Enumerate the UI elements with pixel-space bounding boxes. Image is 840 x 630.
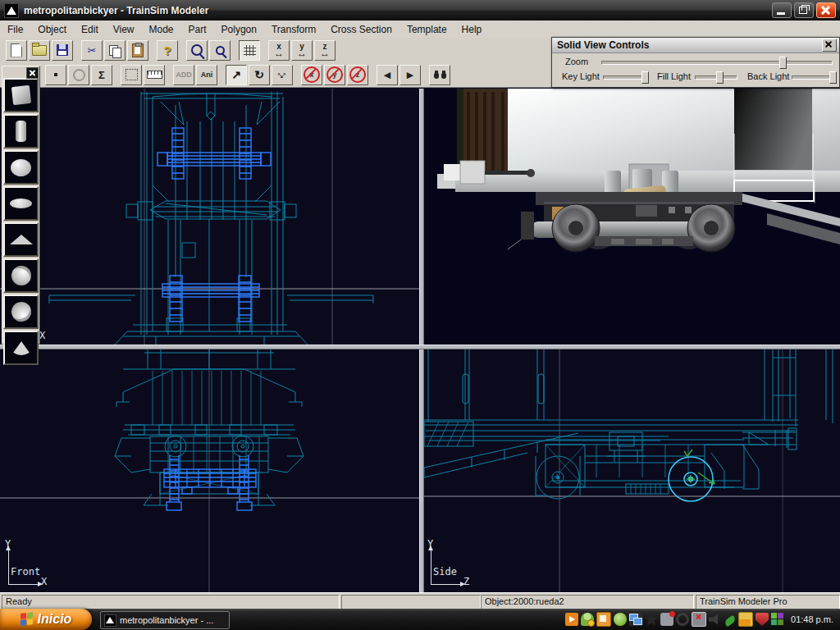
axis-z-button[interactable]: z↔ bbox=[314, 40, 336, 61]
viewport-front[interactable]: Y Front X bbox=[0, 348, 419, 592]
rotate-tool-button[interactable]: ↻ bbox=[249, 65, 270, 85]
start-button[interactable]: Inicio bbox=[0, 609, 92, 630]
viewport-top[interactable]: X bbox=[0, 89, 419, 345]
monitor-error-tray-icon[interactable] bbox=[692, 612, 706, 627]
cut-button[interactable]: ✂ bbox=[81, 40, 103, 61]
tool-sphere-primitive[interactable] bbox=[3, 150, 39, 185]
no-x-icon: x bbox=[304, 66, 320, 83]
solid-view-controls-close-button[interactable] bbox=[822, 39, 837, 52]
paste-button[interactable] bbox=[127, 40, 148, 61]
circle-icon bbox=[73, 69, 85, 81]
find-button[interactable] bbox=[429, 65, 450, 85]
close-button[interactable] bbox=[816, 2, 836, 18]
cut-scissors-icon: ✂ bbox=[88, 44, 97, 57]
new-button[interactable] bbox=[6, 40, 27, 61]
open-button[interactable] bbox=[29, 40, 50, 61]
menu-view[interactable]: View bbox=[106, 22, 142, 37]
viewport-perspective[interactable] bbox=[422, 89, 840, 345]
zoom-out-button[interactable] bbox=[209, 40, 231, 61]
zoom-slider-thumb[interactable] bbox=[779, 57, 787, 69]
point-tool-button[interactable] bbox=[45, 65, 66, 85]
palette-close-button[interactable] bbox=[26, 67, 39, 79]
textured-sphere-icon bbox=[11, 266, 31, 285]
scale-tool-button[interactable]: ↔↔ bbox=[272, 65, 293, 85]
app-icon[interactable] bbox=[4, 3, 19, 18]
grid-toggle-button[interactable] bbox=[239, 40, 260, 61]
tool-textured-sphere-primitive[interactable] bbox=[3, 258, 39, 293]
menu-template[interactable]: Template bbox=[399, 22, 454, 37]
tool-cylinder-primitive[interactable] bbox=[3, 114, 39, 148]
menu-transform[interactable]: Transform bbox=[264, 22, 323, 37]
network-monitors-tray-icon[interactable] bbox=[629, 613, 642, 626]
move-tool-button[interactable]: ↗ bbox=[226, 65, 247, 85]
lock-y-button[interactable]: y bbox=[324, 65, 345, 85]
animate-button[interactable]: Ani bbox=[196, 65, 217, 85]
front-view-wireframe-canvas[interactable] bbox=[0, 348, 419, 592]
messenger-user-tray-icon[interactable] bbox=[581, 613, 594, 626]
palette-titlebar[interactable] bbox=[2, 66, 39, 78]
menu-help[interactable]: Help bbox=[454, 22, 490, 37]
tool-box-primitive[interactable] bbox=[3, 78, 39, 112]
copy-button[interactable] bbox=[104, 40, 126, 61]
menu-edit[interactable]: Edit bbox=[74, 22, 106, 37]
minimize-button[interactable] bbox=[772, 2, 792, 18]
marquee-select-button[interactable] bbox=[121, 65, 142, 85]
menu-object[interactable]: Object bbox=[30, 22, 74, 37]
search-warning-tray-icon[interactable] bbox=[676, 613, 689, 626]
tool-textured-sphere2-primitive[interactable] bbox=[3, 294, 39, 329]
back-light-slider-thumb[interactable] bbox=[829, 71, 837, 84]
tool-cone-primitive[interactable] bbox=[3, 331, 39, 365]
fill-light-slider-track[interactable] bbox=[695, 75, 737, 80]
window-title: metropolitanbickyer - TrainSim Modeler bbox=[24, 5, 772, 16]
fill-light-slider-thumb[interactable] bbox=[716, 71, 724, 84]
sum-tool-button[interactable]: Σ bbox=[91, 65, 112, 85]
viewport-splitter-vertical[interactable] bbox=[419, 89, 424, 592]
voip-phone-tray-icon[interactable] bbox=[724, 615, 737, 628]
antivirus-tray-icon[interactable] bbox=[614, 613, 627, 626]
key-light-slider-track[interactable] bbox=[603, 75, 647, 80]
axis-y-button[interactable]: y↔ bbox=[291, 40, 313, 61]
taskbar-clock[interactable]: 01:48 p.m. bbox=[791, 614, 833, 624]
back-light-slider-track[interactable] bbox=[792, 75, 834, 80]
taskbar-item-label: metropolitanbickyer - ... bbox=[120, 615, 213, 625]
solid-view-controls-titlebar[interactable]: Solid View Controls bbox=[552, 38, 839, 53]
menu-mode[interactable]: Mode bbox=[142, 22, 181, 37]
ruler-button[interactable] bbox=[144, 65, 165, 85]
add-button[interactable]: ADD bbox=[173, 65, 194, 85]
zoom-in-button[interactable] bbox=[186, 40, 208, 61]
circle-tool-button[interactable] bbox=[68, 65, 89, 85]
viewport-splitter-horizontal[interactable] bbox=[0, 345, 840, 349]
viewport-side[interactable]: Y Side Z bbox=[422, 348, 840, 592]
menu-file[interactable]: File bbox=[0, 22, 30, 37]
restore-button[interactable] bbox=[794, 2, 814, 18]
save-button[interactable] bbox=[52, 40, 73, 61]
side-view-wireframe-canvas[interactable] bbox=[422, 348, 840, 592]
volume-tray-icon[interactable] bbox=[709, 613, 722, 626]
taskbar-item-trainsim[interactable]: metropolitanbickyer - ... bbox=[100, 611, 230, 629]
color-grid-tray-icon[interactable] bbox=[771, 613, 784, 626]
next-button[interactable]: ▶ bbox=[399, 65, 421, 85]
new-file-icon bbox=[11, 43, 22, 57]
lock-z-button[interactable]: z bbox=[347, 65, 368, 85]
top-view-wireframe-canvas[interactable] bbox=[0, 89, 419, 345]
render-3d-canvas[interactable] bbox=[422, 89, 840, 345]
scale-arrows-icon: ↔↔ bbox=[276, 68, 289, 81]
media-play-tray-icon[interactable] bbox=[565, 613, 578, 626]
help-button[interactable]: ? bbox=[157, 40, 178, 61]
menu-polygon[interactable]: Polygon bbox=[214, 22, 264, 37]
picture-viewer-tray-icon[interactable] bbox=[596, 612, 611, 627]
zoom-slider-track[interactable] bbox=[601, 61, 833, 65]
folder-tray-icon[interactable] bbox=[738, 612, 753, 627]
menu-cross-section[interactable]: Cross Section bbox=[323, 22, 399, 37]
tool-prism-primitive[interactable] bbox=[3, 222, 39, 257]
axis-x-button[interactable]: x↔ bbox=[268, 40, 290, 61]
phone-alert-tray-icon[interactable] bbox=[660, 613, 673, 626]
previous-button[interactable]: ◀ bbox=[377, 65, 398, 85]
magnifier-icon bbox=[191, 44, 203, 56]
security-shield-tray-icon[interactable] bbox=[756, 613, 769, 626]
tool-disc-primitive[interactable] bbox=[3, 186, 39, 221]
menu-part[interactable]: Part bbox=[181, 22, 214, 37]
star-tray-icon[interactable] bbox=[645, 613, 658, 626]
lock-x-button[interactable]: x bbox=[301, 65, 322, 85]
key-light-slider-thumb[interactable] bbox=[641, 71, 649, 84]
